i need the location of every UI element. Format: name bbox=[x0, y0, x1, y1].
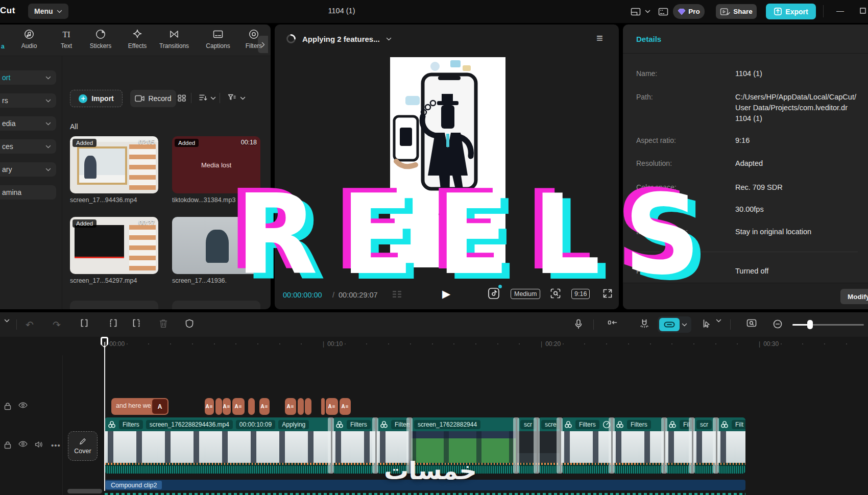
toolbar-divider bbox=[191, 93, 191, 103]
chevron-down-icon[interactable] bbox=[210, 96, 216, 100]
audio-waveform-strip[interactable] bbox=[105, 493, 745, 495]
clip-badge: 00:00:10:09 bbox=[236, 420, 275, 429]
maximize-button[interactable] bbox=[860, 8, 866, 14]
horizontal-scrollbar[interactable] bbox=[67, 489, 102, 493]
tab-effects[interactable]: Effects bbox=[119, 29, 155, 50]
text-clip[interactable] bbox=[305, 398, 311, 415]
pro-label: Pro bbox=[688, 8, 700, 15]
text-clip[interactable] bbox=[321, 398, 325, 415]
transition-handle[interactable] bbox=[713, 417, 719, 474]
sidebar-item-ces[interactable]: ces bbox=[0, 139, 56, 154]
transition-handle[interactable] bbox=[372, 417, 378, 474]
tab-filters[interactable]: Filters bbox=[236, 29, 271, 50]
menu-button[interactable]: Menu bbox=[28, 4, 68, 19]
detail-value-line: C:/Users/HP/AppData/Local/CapCut/ bbox=[735, 93, 856, 101]
eye-icon[interactable] bbox=[18, 441, 28, 447]
sidebar-item-ary[interactable]: ary bbox=[0, 162, 56, 177]
text-clip[interactable] bbox=[298, 398, 304, 415]
slider-handle[interactable] bbox=[807, 320, 813, 329]
speaker-icon[interactable] bbox=[35, 441, 43, 448]
cover-button[interactable]: Cover bbox=[68, 431, 98, 461]
media-item-generate[interactable]: Generate with AI bbox=[172, 301, 260, 309]
video-clip[interactable]: Filterss bbox=[332, 417, 375, 474]
text-clip[interactable]: A≡ bbox=[223, 398, 231, 415]
minimize-button[interactable]: — bbox=[836, 6, 844, 15]
media-item-folder[interactable] bbox=[70, 301, 158, 309]
person-figure bbox=[84, 156, 97, 179]
export-button[interactable]: Export bbox=[766, 4, 816, 19]
ruler-label: |00:30 bbox=[759, 340, 779, 348]
text-clip[interactable]: A≡ bbox=[205, 398, 214, 415]
added-badge: Added bbox=[175, 139, 199, 147]
tab-captions[interactable]: Captions bbox=[200, 29, 236, 50]
transition-handle[interactable] bbox=[513, 417, 519, 474]
duration-label: 00:27 bbox=[139, 219, 155, 227]
redo-icon[interactable]: ↷ bbox=[53, 319, 61, 331]
video-clip[interactable]: Filters bbox=[561, 417, 611, 474]
zoom-out-icon[interactable] bbox=[773, 319, 783, 329]
lock-icon[interactable] bbox=[4, 441, 11, 449]
clip-filmstrip bbox=[105, 431, 331, 463]
text-clip[interactable]: A≡ bbox=[259, 398, 270, 415]
text-clip[interactable]: and here weA bbox=[111, 398, 168, 415]
chevron-down-icon[interactable] bbox=[240, 96, 246, 100]
link-icon bbox=[380, 420, 388, 429]
eye-icon[interactable] bbox=[18, 402, 28, 408]
media-item-player[interactable]: Added00:27 bbox=[70, 217, 158, 274]
transition-handle[interactable] bbox=[557, 417, 563, 474]
text-clip[interactable] bbox=[248, 398, 255, 415]
collapse-chevron-icon[interactable] bbox=[4, 319, 10, 323]
text-clip[interactable] bbox=[215, 398, 222, 415]
ruler-tick bbox=[846, 343, 847, 344]
player-menu-icon[interactable]: ≡ bbox=[596, 32, 603, 45]
media-item-webpage[interactable]: Added02:05 bbox=[70, 136, 158, 193]
import-button[interactable]: Import bbox=[70, 90, 123, 107]
text-clip[interactable]: A≡ bbox=[340, 398, 351, 415]
video-clip[interactable]: Filtersscreen_1762288294436.mp400:00:10:… bbox=[105, 417, 331, 474]
pro-gem-icon bbox=[678, 8, 686, 15]
video-clip[interactable]: Filters bbox=[613, 417, 664, 474]
chevron-down-icon bbox=[386, 37, 392, 41]
sidebar-item-edia[interactable]: edia bbox=[0, 116, 56, 131]
sort-icon[interactable] bbox=[199, 94, 207, 101]
sidebar-item-rs[interactable]: rs bbox=[0, 93, 56, 108]
layout-icon[interactable] bbox=[631, 8, 641, 16]
tab-audio[interactable]: Audio bbox=[11, 29, 47, 50]
detail-value: 1104 (1) bbox=[735, 69, 762, 78]
tab-stickers[interactable]: Stickers bbox=[83, 29, 118, 50]
text-clip[interactable]: A≡ bbox=[232, 398, 245, 415]
section-label-all: All bbox=[70, 122, 78, 131]
media-item-name: screen_17...94436.mp4 bbox=[70, 196, 158, 204]
grid-view-icon[interactable] bbox=[178, 94, 186, 102]
filter-icon[interactable] bbox=[228, 94, 236, 101]
detail-value: Stay in original location bbox=[735, 228, 811, 236]
video-clip[interactable]: Fil bbox=[665, 417, 692, 474]
share-button[interactable]: Share bbox=[716, 4, 757, 19]
tab-media-partial[interactable]: a bbox=[1, 43, 5, 50]
text-clip[interactable]: A≡ bbox=[285, 398, 296, 415]
detail-value-line: User Data/Projects/com.lveditor.dr bbox=[735, 104, 848, 112]
record-button[interactable]: Record bbox=[130, 90, 176, 107]
text-clip[interactable]: A≡ bbox=[326, 398, 338, 415]
transition-handle[interactable] bbox=[689, 417, 695, 474]
transition-handle[interactable] bbox=[661, 417, 667, 474]
status-indicator[interactable]: Applying 2 features... bbox=[286, 34, 392, 44]
tab-text[interactable]: TIText bbox=[49, 29, 84, 50]
transition-handle[interactable] bbox=[609, 417, 615, 474]
screen-record-icon[interactable] bbox=[746, 319, 757, 327]
media-sidebar: ortrsediacesaryamina bbox=[0, 56, 62, 309]
lock-icon[interactable] bbox=[4, 402, 11, 410]
sidebar-item-ort[interactable]: ort bbox=[0, 70, 56, 85]
chevron-down-icon[interactable] bbox=[645, 10, 650, 13]
modify-button[interactable]: Modify bbox=[840, 289, 868, 304]
more-icon[interactable]: ••• bbox=[51, 441, 61, 450]
undo-icon[interactable]: ↶ bbox=[26, 319, 34, 331]
transition-handle[interactable] bbox=[534, 417, 540, 474]
sidebar-item-amina[interactable]: amina bbox=[0, 185, 56, 200]
video-clip[interactable]: Filt bbox=[717, 417, 745, 474]
panel-icon[interactable] bbox=[658, 8, 668, 16]
pro-button[interactable]: Pro bbox=[673, 4, 705, 19]
transition-handle[interactable] bbox=[328, 417, 334, 474]
split-icon[interactable] bbox=[80, 319, 89, 327]
tab-transitions[interactable]: Transitions bbox=[156, 29, 192, 50]
